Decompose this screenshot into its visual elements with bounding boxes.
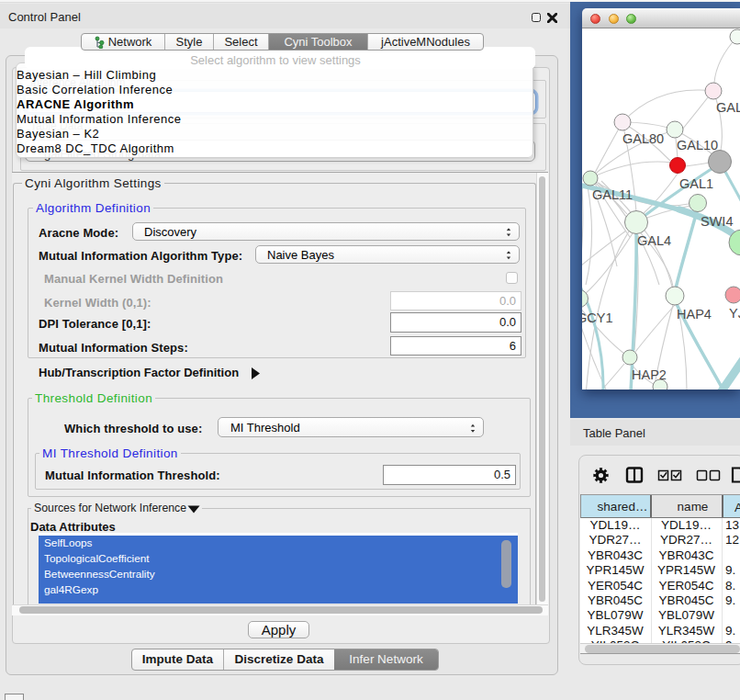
svg-text:SWI4: SWI4 — [701, 214, 733, 229]
svg-text:GAL10: GAL10 — [677, 138, 718, 152]
svg-text:GAL80: GAL80 — [622, 131, 664, 146]
svg-text:GAL2: GAL2 — [716, 100, 740, 115]
svg-text:HAP4: HAP4 — [677, 307, 712, 322]
svg-text:HAP2: HAP2 — [632, 367, 667, 382]
svg-text:GAL11: GAL11 — [592, 187, 633, 202]
svg-text:GAL1: GAL1 — [679, 176, 713, 191]
svg-text:GCY1: GCY1 — [582, 310, 613, 325]
svg-text:YJ: YJ — [729, 306, 740, 321]
svg-text:GAL4: GAL4 — [637, 233, 671, 248]
